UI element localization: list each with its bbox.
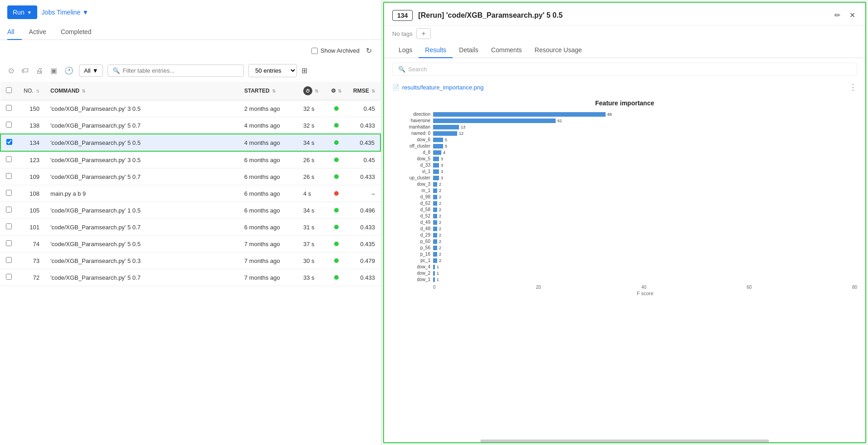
header-rmse[interactable]: RMSE ⇅ — [348, 82, 380, 100]
jobs-timeline-button[interactable]: Jobs Timeline ▼ — [42, 9, 89, 16]
table-row[interactable]: 105 'code/XGB_Paramsearch.py' 1 0.5 6 mo… — [0, 202, 380, 219]
stop-icon[interactable]: ⊙ — [7, 65, 15, 76]
columns-toggle-button[interactable]: ⊞ — [301, 66, 307, 75]
table-row[interactable]: 74 'code/XGB_Paramsearch.py' 5 0.5 7 mon… — [0, 236, 380, 252]
bar — [433, 239, 437, 244]
row-checkbox[interactable] — [6, 122, 12, 128]
status-dot-green — [334, 106, 339, 111]
bar-row: 86 — [433, 111, 857, 118]
row-checkbox[interactable] — [6, 257, 12, 263]
search-input-wrap[interactable]: 🔍 — [108, 64, 244, 77]
close-button[interactable]: ✕ — [848, 9, 857, 21]
row-checkbox-cell[interactable] — [0, 202, 18, 219]
table-row[interactable]: 101 'code/XGB_Paramsearch.py' 5 0.7 6 mo… — [0, 219, 380, 236]
bar-row: 2 — [433, 219, 857, 226]
table-row[interactable]: 123 'code/XGB_Paramsearch.py' 3 0.5 6 mo… — [0, 151, 380, 168]
scroll-thumb[interactable] — [480, 440, 769, 442]
row-checkbox[interactable] — [6, 207, 12, 213]
chart-label: dow_6 — [392, 137, 433, 143]
bar-value: 2 — [439, 258, 441, 263]
detail-search-field[interactable]: 🔍 Search — [392, 63, 857, 76]
row-checkbox[interactable] — [6, 274, 12, 280]
show-archived-label[interactable]: Show Archived — [311, 47, 360, 54]
row-checkbox-cell[interactable] — [0, 100, 18, 117]
table-row[interactable]: 150 'code/XGB_Paramsearch.py' 3 0.5 2 mo… — [0, 100, 380, 117]
header-no[interactable]: NO. ⇅ — [18, 82, 45, 100]
row-rmse: 0.45 — [348, 151, 380, 168]
row-no: 109 — [18, 168, 45, 185]
tab-details[interactable]: Details — [453, 43, 485, 58]
row-checkbox[interactable] — [6, 223, 12, 229]
chart-label: d_98 — [392, 194, 433, 200]
chart-container: Feature importance directionhaversineman… — [384, 95, 865, 437]
tab-resource-usage[interactable]: Resource Usage — [528, 43, 588, 58]
bar-value: 2 — [439, 220, 441, 225]
row-checkbox-cell[interactable] — [0, 252, 18, 269]
tab-completed[interactable]: Completed — [54, 25, 99, 40]
bar-value: 2 — [439, 188, 441, 193]
bar-row: 5 — [433, 143, 857, 149]
tab-logs[interactable]: Logs — [392, 43, 419, 58]
edit-button[interactable]: ✏ — [833, 9, 842, 21]
table-row[interactable]: 109 'code/XGB_Paramsearch.py' 5 0.7 6 mo… — [0, 168, 380, 185]
print-icon[interactable]: 🖨 — [35, 66, 44, 76]
show-archived-checkbox[interactable] — [311, 48, 318, 54]
clock-icon[interactable]: 🕐 — [64, 65, 74, 76]
no-sort-icon: ⇅ — [36, 89, 39, 94]
table-row[interactable]: 72 'code/XGB_Paramsearch.py' 5 0.7 7 mon… — [0, 269, 380, 286]
search-input[interactable] — [123, 67, 239, 74]
bar-value: 2 — [439, 214, 441, 218]
header-duration[interactable]: ⏱ ⇅ — [298, 82, 325, 100]
tab-results[interactable]: Results — [419, 43, 453, 58]
run-button[interactable]: Run ▼ — [7, 5, 37, 19]
more-options-button[interactable]: ⋮ — [849, 82, 857, 92]
row-rmse: 0.496 — [348, 202, 380, 219]
row-checkbox-cell[interactable] — [0, 219, 18, 236]
header-command[interactable]: COMMAND ⇅ — [45, 82, 239, 100]
chart-wrap: directionhaversinemanhattannamed: 0dow_6… — [392, 111, 857, 296]
row-checkbox-cell[interactable] — [0, 151, 18, 168]
columns-icon[interactable]: ▣ — [49, 65, 58, 76]
results-file-link[interactable]: 📄 results/feature_importance.png — [392, 84, 483, 91]
row-checkbox[interactable] — [6, 139, 12, 145]
filter-select[interactable]: All ▼ — [79, 64, 103, 77]
refresh-button[interactable]: ↻ — [364, 44, 374, 57]
table-row[interactable]: 73 'code/XGB_Paramsearch.py' 5 0.3 7 mon… — [0, 252, 380, 269]
table-row[interactable]: 108 main.py a b 9 6 months ago 4 s – — [0, 185, 380, 202]
row-checkbox-cell[interactable] — [0, 269, 18, 286]
tab-active[interactable]: Active — [22, 25, 54, 40]
row-checkbox[interactable] — [6, 240, 12, 246]
entries-select[interactable]: 50 entries 25 entries 100 entries — [248, 64, 297, 77]
row-no: 138 — [18, 117, 45, 134]
row-checkbox-cell[interactable] — [0, 117, 18, 134]
bar-value: 1 — [437, 271, 439, 276]
tag-icon[interactable]: 🏷 — [20, 66, 30, 76]
row-duration: 32 s — [298, 100, 325, 117]
row-checkbox-cell[interactable] — [0, 185, 18, 202]
bar — [433, 227, 437, 231]
header-started[interactable]: STARTED ⇅ — [239, 82, 298, 100]
row-command: 'code/XGB_Paramsearch.py' 5 0.7 — [45, 117, 239, 134]
row-rmse: 0.433 — [348, 168, 380, 185]
row-checkbox-cell[interactable] — [0, 168, 18, 185]
row-checkbox[interactable] — [6, 190, 12, 196]
bar — [433, 220, 437, 225]
header-status[interactable]: ⚙⇅ — [325, 82, 348, 100]
bar-value: 2 — [439, 233, 441, 237]
add-tag-button[interactable]: ＋ — [416, 28, 431, 39]
row-duration: 26 s — [298, 151, 325, 168]
row-checkbox[interactable] — [6, 156, 12, 162]
row-checkbox-cell[interactable] — [0, 236, 18, 252]
tab-all[interactable]: All — [7, 25, 22, 40]
row-checkbox[interactable] — [6, 105, 12, 111]
row-checkbox[interactable] — [6, 173, 12, 179]
row-duration: 4 s — [298, 185, 325, 202]
chart-label: d_58 — [392, 207, 433, 213]
tab-comments[interactable]: Comments — [485, 43, 528, 58]
table-row[interactable]: 138 'code/XGB_Paramsearch.py' 5 0.7 4 mo… — [0, 117, 380, 134]
table-row[interactable]: 134 'code/XGB_Paramsearch.py' 5 0.5 4 mo… — [0, 134, 380, 151]
row-no: 134 — [18, 134, 45, 151]
select-all-checkbox[interactable] — [6, 87, 12, 93]
row-checkbox-cell[interactable] — [0, 134, 18, 151]
bar-row: 3 — [433, 162, 857, 168]
